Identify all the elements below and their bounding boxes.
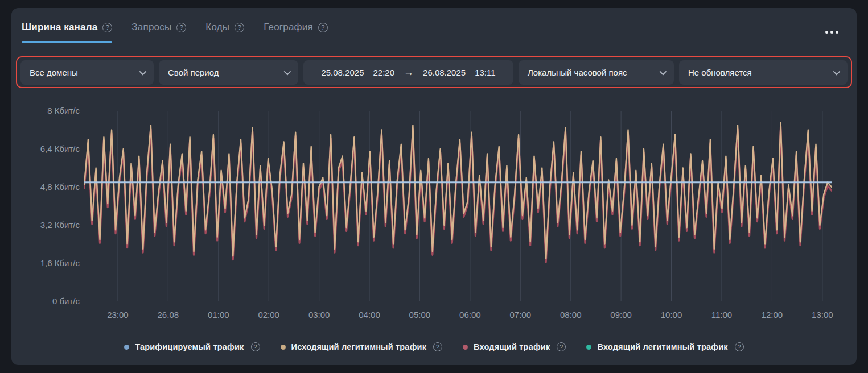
- more-menu-icon[interactable]: [825, 31, 838, 34]
- tab-bar: Ширина канала ? Запросы ? Коды ? Географ…: [22, 22, 328, 42]
- x-tick-label: 23:00: [95, 310, 141, 320]
- refresh-select[interactable]: Не обновляется: [679, 60, 848, 85]
- legend-item-incoming[interactable]: Входящий трафик ?: [463, 342, 566, 351]
- help-icon[interactable]: ?: [433, 342, 442, 351]
- x-tick-label: 11:00: [699, 310, 744, 320]
- help-icon[interactable]: ?: [235, 23, 244, 32]
- x-tick-label: 02:00: [246, 310, 291, 320]
- x-tick-label: 26.08: [145, 310, 191, 320]
- tab-codes[interactable]: Коды ?: [205, 22, 244, 33]
- tab-bandwidth-label: Ширина канала: [22, 22, 97, 33]
- legend-dot-tan: [281, 345, 286, 350]
- refresh-select-value: Не обновляется: [688, 68, 752, 77]
- chevron-down-icon: [139, 68, 147, 75]
- traffic-panel: Ширина канала ? Запросы ? Коды ? Географ…: [11, 8, 857, 365]
- start-date-value[interactable]: 25.08.2025: [321, 68, 364, 77]
- legend-label: Тарифицируемый трафик: [135, 342, 244, 351]
- legend-item-billed[interactable]: Тарифицируемый трафик ?: [124, 342, 260, 351]
- x-tick-label: 04:00: [347, 310, 392, 320]
- chevron-down-icon: [833, 68, 841, 75]
- legend-item-outgoing-legit[interactable]: Исходящий легитимный трафик ?: [281, 342, 443, 351]
- help-icon[interactable]: ?: [176, 23, 186, 32]
- tab-geography-label: География: [264, 22, 313, 33]
- y-tick-label: 6,4 Кбит/с: [11, 143, 80, 155]
- legend-label: Входящий легитимный трафик: [597, 342, 727, 351]
- end-date-value[interactable]: 26.08.2025: [423, 68, 466, 77]
- y-axis-labels: 8 Кбит/с6,4 Кбит/с4,8 Кбит/с3,2 Кбит/с1,…: [11, 111, 80, 301]
- domain-select-value: Все домены: [30, 68, 78, 77]
- x-tick-label: 12:00: [749, 310, 795, 320]
- legend-dot-blue: [124, 345, 129, 350]
- end-time-value[interactable]: 13:11: [475, 68, 495, 77]
- help-icon[interactable]: ?: [318, 23, 328, 32]
- tab-codes-label: Коды: [205, 22, 229, 33]
- timezone-select[interactable]: Локальный часовой пояс: [519, 60, 674, 85]
- x-tick-label: 08:00: [548, 310, 594, 320]
- help-icon[interactable]: ?: [251, 342, 260, 351]
- legend-item-incoming-legit[interactable]: Входящий легитимный трафик ?: [586, 342, 743, 351]
- y-tick-label: 8 Кбит/с: [11, 105, 80, 117]
- period-select-value: Свой период: [168, 68, 219, 77]
- x-tick-label: 09:00: [598, 310, 644, 320]
- x-tick-label: 05:00: [397, 310, 442, 320]
- y-tick-label: 1,6 Кбит/с: [11, 258, 80, 269]
- y-tick-label: 3,2 Кбит/с: [11, 219, 80, 231]
- date-range-picker[interactable]: 25.08.2025 22:20 → 26.08.2025 13:11: [303, 60, 513, 85]
- help-icon[interactable]: ?: [557, 342, 566, 351]
- legend-dot-rose: [463, 345, 468, 350]
- chevron-down-icon: [284, 68, 291, 75]
- start-time-value[interactable]: 22:20: [373, 68, 395, 77]
- tab-requests-label: Запросы: [131, 22, 171, 33]
- help-icon[interactable]: ?: [102, 23, 112, 32]
- chart-plot-area[interactable]: [84, 111, 832, 301]
- arrow-right-icon: →: [404, 67, 414, 77]
- y-tick-label: 0 бит/с: [11, 296, 80, 307]
- filters-highlight-border: Все домены Свой период 25.08.2025 22:20 …: [16, 56, 852, 88]
- x-tick-label: 13:00: [800, 310, 845, 320]
- period-select[interactable]: Свой период: [159, 60, 298, 85]
- x-axis-labels: 23:0026.0801:0002:0003:0004:0005:0006:00…: [84, 310, 832, 322]
- y-tick-label: 4,8 Кбит/с: [11, 181, 80, 193]
- x-tick-label: 10:00: [648, 310, 694, 320]
- timezone-select-value: Локальный часовой пояс: [528, 68, 627, 77]
- chevron-down-icon: [660, 68, 667, 75]
- domain-select[interactable]: Все домены: [20, 60, 154, 85]
- help-icon[interactable]: ?: [735, 342, 744, 351]
- page-background: { "colors": { "accent_blue": "#57a7e0", …: [0, 0, 868, 373]
- x-tick-label: 03:00: [297, 310, 342, 320]
- legend-dot-teal: [586, 345, 591, 350]
- chart-legend: Тарифицируемый трафик ? Исходящий легити…: [11, 342, 857, 351]
- tab-geography[interactable]: География ?: [264, 22, 328, 33]
- x-tick-label: 01:00: [196, 310, 241, 320]
- legend-label: Входящий трафик: [474, 342, 550, 351]
- x-tick-label: 06:00: [447, 310, 493, 320]
- tab-requests[interactable]: Запросы ?: [131, 22, 186, 33]
- tab-bandwidth[interactable]: Ширина канала ?: [22, 22, 112, 33]
- x-tick-label: 07:00: [497, 310, 543, 320]
- bandwidth-chart: 8 Кбит/с6,4 Кбит/с4,8 Кбит/с3,2 Кбит/с1,…: [11, 111, 857, 335]
- legend-label: Исходящий легитимный трафик: [291, 342, 427, 351]
